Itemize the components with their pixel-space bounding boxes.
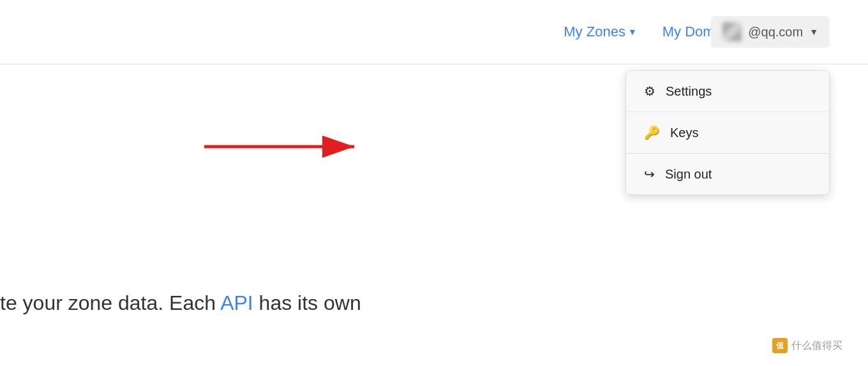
gear-icon: ⚙ <box>644 84 655 99</box>
my-zones-label: My Zones <box>564 24 625 40</box>
my-zones-nav[interactable]: My Zones ▼ <box>564 24 636 40</box>
user-email: @qq.com <box>748 25 803 40</box>
user-chevron-icon: ▼ <box>809 27 818 37</box>
body-text-block: te your zone data. Each API has its own <box>0 291 361 315</box>
signout-menu-item[interactable]: ↪ Sign out <box>626 154 829 194</box>
watermark-text: 什么值得买 <box>791 339 842 353</box>
user-dropdown-menu: ⚙ Settings 🔑 Keys ↪ Sign out <box>625 70 830 195</box>
settings-label: Settings <box>666 84 712 99</box>
key-icon: 🔑 <box>644 125 660 140</box>
annotation-arrow <box>191 128 370 166</box>
watermark: 值 什么值得买 <box>772 338 842 353</box>
watermark-icon: 值 <box>772 338 788 353</box>
body-prefix: te your zone data. Each <box>0 291 220 314</box>
signout-icon: ↪ <box>644 166 655 182</box>
signout-label: Sign out <box>665 167 712 182</box>
user-menu-button[interactable]: @qq.com ▼ <box>711 16 830 48</box>
api-link[interactable]: API <box>220 291 253 314</box>
keys-menu-item[interactable]: 🔑 Keys <box>626 112 829 154</box>
user-avatar <box>722 22 742 41</box>
body-suffix: has its own <box>253 291 361 314</box>
settings-menu-item[interactable]: ⚙ Settings <box>626 71 829 112</box>
chevron-down-icon: ▼ <box>628 27 637 37</box>
keys-label: Keys <box>670 126 698 140</box>
header-divider <box>0 64 868 64</box>
header: My Zones ▼ My Domains @qq.com ▼ <box>0 0 868 64</box>
